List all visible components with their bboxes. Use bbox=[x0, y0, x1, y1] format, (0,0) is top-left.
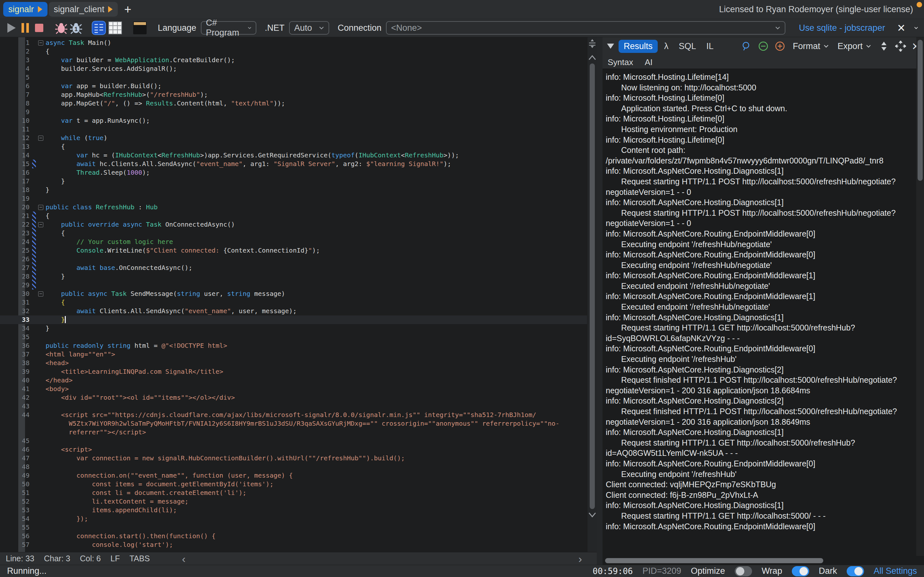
code-editor[interactable]: 1async Task Main()2{3 var builder = WebA… bbox=[0, 37, 597, 552]
language-select[interactable]: C# Program bbox=[201, 21, 257, 35]
code-line: 43 bbox=[0, 402, 587, 411]
log-line: info: Microsoft.AspNetCore.Hosting.Diagn… bbox=[606, 312, 914, 323]
tab-syntax[interactable]: Syntax bbox=[607, 57, 633, 67]
debug-break-icon[interactable]: 1 bbox=[70, 21, 82, 35]
code-line: 52 li.textContent = message; bbox=[0, 497, 587, 506]
tab-ai[interactable]: AI bbox=[645, 57, 653, 67]
code-line: 39 <title>LearningLINQPad.com SignalR</t… bbox=[0, 367, 587, 376]
fold-collapse-icon[interactable] bbox=[38, 40, 43, 45]
code-line: 13 { bbox=[0, 142, 587, 151]
log-line: info: Microsoft.Hosting.Lifetime[14] bbox=[606, 72, 914, 82]
dotnet-select[interactable]: Auto bbox=[289, 21, 330, 35]
scroll-right-icon[interactable]: › bbox=[578, 553, 582, 564]
scrollbar-thumb[interactable] bbox=[918, 40, 923, 181]
fold-collapse-icon[interactable] bbox=[38, 135, 43, 141]
status-tabs: TABS bbox=[129, 554, 150, 563]
scrollbar-thumb[interactable] bbox=[605, 558, 823, 563]
tab-signalr-client[interactable]: signalr_client bbox=[49, 2, 118, 17]
results-panel-icon[interactable] bbox=[133, 21, 147, 35]
run-tab-icon[interactable] bbox=[38, 6, 42, 13]
optimize-toggle[interactable] bbox=[735, 566, 752, 576]
code-line: 21{ bbox=[0, 211, 587, 220]
stop-icon[interactable] bbox=[33, 21, 45, 35]
log-line: Request starting HTTP/1.1 POST http://lo… bbox=[606, 208, 914, 229]
use-connection-link[interactable]: Use sqlite - jobscraper bbox=[799, 23, 885, 33]
fold-collapse-icon[interactable] bbox=[38, 292, 43, 297]
log-line: info: Microsoft.Hosting.Lifetime[0] bbox=[606, 113, 914, 124]
collapse-results-icon[interactable] bbox=[607, 44, 614, 49]
code-line: 33 } bbox=[0, 316, 587, 324]
zoom-out-icon[interactable] bbox=[757, 40, 770, 53]
log-line: info: Microsoft.AspNetCore.Routing.Endpo… bbox=[606, 343, 914, 354]
log-line: info: Microsoft.AspNetCore.Routing.Endpo… bbox=[606, 291, 914, 301]
code-line: 55 bbox=[0, 523, 587, 532]
toggle-knob bbox=[736, 567, 744, 575]
splitter-handle-icon[interactable] bbox=[588, 39, 596, 52]
results-vscrollbar[interactable] bbox=[916, 37, 924, 556]
log-line: info: Microsoft.AspNetCore.Hosting.Diagn… bbox=[606, 197, 914, 208]
rich-results-icon[interactable] bbox=[92, 21, 106, 35]
results-hscrollbar[interactable] bbox=[603, 556, 924, 565]
main-split: 1async Task Main()2{3 var builder = WebA… bbox=[0, 37, 924, 565]
debug-icon[interactable] bbox=[55, 21, 67, 35]
format-menu[interactable]: Format bbox=[793, 41, 829, 51]
process-id: PID=3209 bbox=[643, 566, 682, 576]
code-line: 31 { bbox=[0, 298, 587, 307]
wrap-label: Wrap bbox=[762, 566, 782, 576]
scroll-up-icon[interactable] bbox=[588, 55, 596, 61]
license-text: Licensed to Ryan Rodemoyer (single-user … bbox=[719, 5, 924, 15]
dotnet-value: Auto bbox=[294, 23, 312, 33]
code-lines: 1async Task Main()2{3 var builder = WebA… bbox=[0, 39, 587, 549]
all-settings-link[interactable]: All Settings bbox=[874, 566, 917, 576]
tab-sql[interactable]: SQL bbox=[675, 40, 700, 53]
log-line: info: Microsoft.Hosting.Lifetime[0] bbox=[606, 135, 914, 145]
run-icon[interactable] bbox=[6, 21, 17, 35]
pane-splitter[interactable] bbox=[597, 37, 603, 565]
export-menu[interactable]: Export bbox=[838, 41, 871, 51]
data-grid-icon[interactable] bbox=[108, 21, 122, 35]
code-line: 1async Task Main() bbox=[0, 39, 587, 47]
results-log[interactable]: info: Microsoft.Hosting.Lifetime[14]Now … bbox=[603, 69, 924, 556]
chevron-down-icon[interactable] bbox=[914, 25, 918, 31]
code-line: 41<body> bbox=[0, 385, 587, 393]
search-icon[interactable] bbox=[740, 40, 753, 53]
tab-lambda[interactable]: λ bbox=[660, 40, 672, 53]
code-line: 38<head> bbox=[0, 359, 587, 367]
close-connection-icon[interactable]: × bbox=[897, 21, 905, 35]
code-line: 16 Thread.Sleep(1000); bbox=[0, 168, 587, 177]
scrollbar-thumb[interactable] bbox=[590, 63, 595, 509]
editor-pane: 1async Task Main()2{3 var builder = WebA… bbox=[0, 37, 597, 565]
tab-results[interactable]: Results bbox=[619, 40, 658, 53]
pause-icon[interactable] bbox=[19, 21, 31, 35]
run-tab-icon[interactable] bbox=[108, 6, 113, 13]
fold-collapse-icon[interactable] bbox=[38, 222, 43, 227]
tab-il[interactable]: IL bbox=[703, 40, 718, 53]
expand-panel-icon[interactable] bbox=[894, 40, 907, 53]
dark-toggle[interactable] bbox=[846, 566, 864, 576]
toggle-knob bbox=[855, 567, 863, 575]
zoom-in-icon[interactable] bbox=[774, 40, 787, 53]
code-line: 14 var hc = (IHubContext<RefreshHub>)app… bbox=[0, 151, 587, 160]
language-label: Language bbox=[158, 23, 196, 33]
wrap-toggle[interactable] bbox=[792, 566, 809, 576]
scroll-left-icon[interactable]: ‹ bbox=[182, 553, 186, 564]
tab-signalr[interactable]: signalr bbox=[3, 2, 47, 17]
new-tab-button[interactable]: + bbox=[124, 3, 131, 16]
log-line: Content root path: /private/var/folders/… bbox=[606, 145, 914, 166]
code-line: 23 { bbox=[0, 229, 587, 237]
fold-collapse-icon[interactable] bbox=[38, 205, 43, 210]
code-line: 22 public override async Task OnConnecte… bbox=[0, 220, 587, 229]
connection-select[interactable]: <None> bbox=[386, 21, 785, 35]
code-line: 6 var app = builder.Build(); bbox=[0, 82, 587, 90]
scroll-down-icon[interactable] bbox=[588, 512, 596, 518]
log-line: Now listening on: http://localhost:5000 bbox=[606, 82, 914, 93]
log-line: info: Microsoft.AspNetCore.Hosting.Diagn… bbox=[606, 427, 914, 438]
editor-scrollbar[interactable] bbox=[587, 37, 597, 552]
code-line: 10 var t = app.RunAsync(); bbox=[0, 116, 587, 125]
log-line: Executing endpoint '/refreshHub' bbox=[606, 469, 914, 480]
code-line: 57 console.log('start'); bbox=[0, 540, 587, 549]
log-line: Client connected: f6j-B-zn98Pu_2pVhxLt-A bbox=[606, 490, 914, 500]
sort-icon[interactable] bbox=[877, 40, 890, 53]
code-line: 53 items.appendChild(li); bbox=[0, 506, 587, 514]
log-line: info: Microsoft.AspNetCore.Hosting.Diagn… bbox=[606, 396, 914, 406]
